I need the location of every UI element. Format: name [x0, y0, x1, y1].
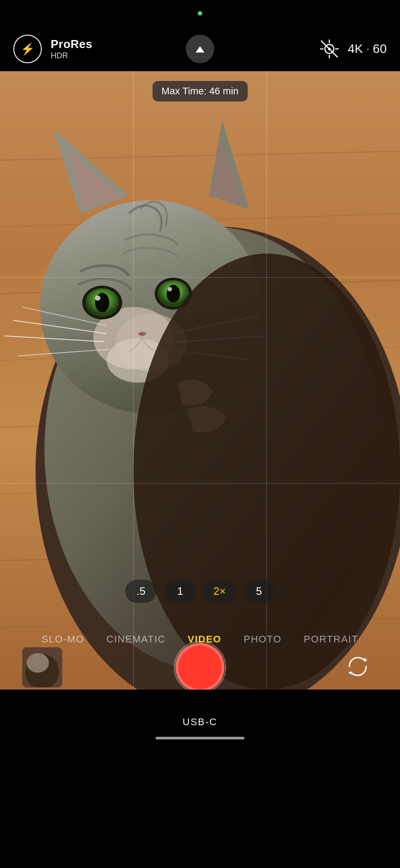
- fps-text: 60: [373, 42, 387, 56]
- resolution-text: 4K: [348, 42, 363, 56]
- resolution-separator: ·: [367, 43, 369, 55]
- zoom-2x-button[interactable]: 2×: [204, 580, 235, 603]
- usbc-label: USB-C: [183, 716, 217, 728]
- camera-top-bar: ⚡ ProRes HDR 4K · 60: [0, 27, 400, 71]
- mode-photo[interactable]: PHOTO: [244, 634, 281, 645]
- live-photo-off-icon[interactable]: [319, 39, 340, 59]
- svg-line-6: [321, 41, 337, 57]
- resolution-label: 4K · 60: [348, 42, 387, 56]
- svg-point-29: [95, 295, 100, 301]
- mode-cinematic[interactable]: CINEMATIC: [106, 634, 165, 645]
- bottom-bar: USB-C: [0, 690, 400, 801]
- zoom-1x-button[interactable]: 1: [164, 580, 196, 603]
- svg-point-42: [133, 254, 400, 690]
- flip-camera-icon: [345, 654, 371, 681]
- mode-slomo[interactable]: SLO-MO: [42, 634, 84, 645]
- zoom-controls: .5 1 2× 5: [0, 580, 400, 603]
- chevron-up-button[interactable]: [186, 35, 214, 63]
- record-button[interactable]: [176, 643, 224, 690]
- svg-marker-48: [364, 657, 367, 662]
- prores-label: ProRes HDR: [51, 37, 92, 61]
- flash-icon: ⚡: [20, 42, 35, 56]
- zoom-5x-button[interactable]: 5: [244, 580, 275, 603]
- prores-subtitle: HDR: [51, 51, 68, 61]
- zoom-0-5-button[interactable]: .5: [125, 580, 156, 603]
- svg-point-33: [168, 287, 172, 291]
- flip-camera-button[interactable]: [338, 647, 378, 687]
- status-dot: [198, 11, 202, 16]
- usbc-area: USB-C: [0, 690, 400, 753]
- flash-button[interactable]: ⚡: [13, 35, 42, 63]
- chevron-up-icon: [196, 46, 204, 52]
- mode-portrait[interactable]: PORTRAIT: [304, 634, 359, 645]
- status-bar: [0, 0, 400, 27]
- svg-marker-49: [348, 671, 351, 675]
- last-photo-thumbnail[interactable]: [22, 647, 62, 687]
- home-indicator[interactable]: [156, 737, 244, 739]
- max-time-tooltip: Max Time: 46 min: [152, 81, 248, 101]
- svg-point-45: [27, 653, 49, 673]
- top-right-controls: 4K · 60: [319, 39, 387, 59]
- camera-bottom-controls: [0, 645, 400, 690]
- prores-title: ProRes: [51, 37, 92, 51]
- viewfinder[interactable]: Max Time: 46 min .5 1 2× 5 SLO-MO CINEMA…: [0, 71, 400, 690]
